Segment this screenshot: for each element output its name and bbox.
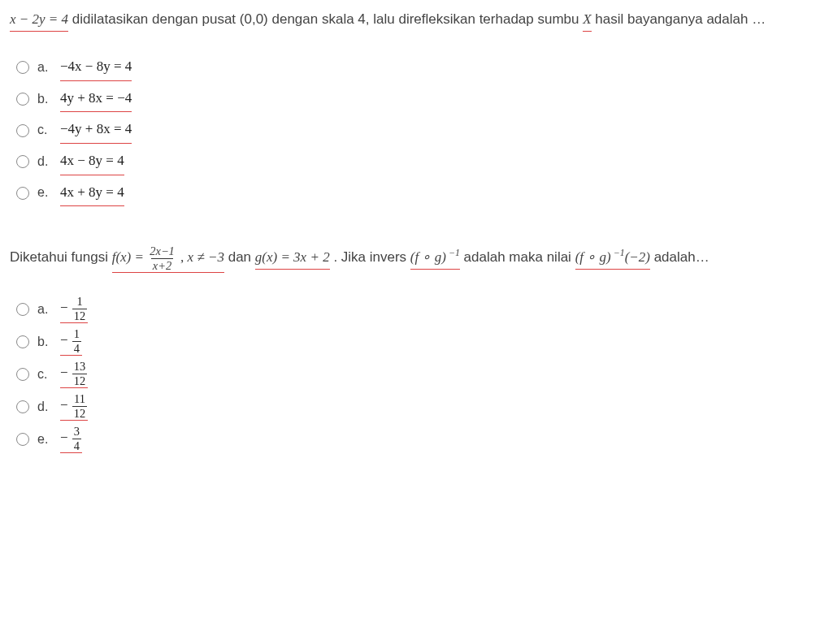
option-text: 4x + 8y = 4 [60, 180, 124, 207]
option-value: − 14 [60, 328, 82, 356]
option-letter: e. [37, 428, 52, 452]
option-value: − 1112 [60, 393, 88, 421]
radio-icon[interactable] [16, 368, 29, 381]
q1-option-e[interactable]: e. 4x + 8y = 4 [16, 180, 810, 207]
question-2: Diketahui fungsi f(x) = 2x−1x+2 , x ≠ −3… [10, 245, 810, 453]
radio-icon[interactable] [16, 303, 29, 316]
q2-post1: adalah maka nilai [464, 249, 575, 265]
q1-option-a[interactable]: a. −4x − 8y = 4 [16, 54, 810, 81]
q1-options: a. −4x − 8y = 4 b. 4y + 8x = −4 c. −4y +… [10, 54, 810, 206]
q2-option-e[interactable]: e. − 34 [16, 426, 810, 453]
radio-icon[interactable] [16, 187, 29, 200]
option-value: − 34 [60, 426, 82, 453]
radio-icon[interactable] [16, 335, 29, 348]
q2-fx: f(x) = 2x−1x+2 , x ≠ −3 [112, 245, 224, 273]
radio-icon[interactable] [16, 433, 29, 446]
option-text: −4x − 8y = 4 [60, 54, 132, 81]
q1-option-c[interactable]: c. −4y + 8x = 4 [16, 117, 810, 144]
q2-pre: Diketahui fungsi [10, 249, 112, 265]
q2-gx: g(x) = 3x + 2 [255, 246, 330, 270]
option-letter: c. [37, 119, 52, 142]
question-1-stem: x − 2y = 4 didilatasikan dengan pusat (0… [10, 8, 810, 32]
q1-text-1: didilatasikan dengan pusat (0,0) dengan … [68, 11, 583, 27]
option-letter: c. [37, 363, 52, 387]
radio-icon[interactable] [16, 93, 29, 106]
radio-icon[interactable] [16, 124, 29, 137]
option-text: −4y + 8x = 4 [60, 117, 132, 144]
q2-mid: dan [228, 249, 255, 265]
option-value: − 112 [60, 296, 88, 323]
option-letter: a. [37, 298, 52, 322]
q1-math-expr: x − 2y = 4 [10, 8, 68, 32]
q2-fog-inv: (f ∘ g) −1 [410, 245, 460, 270]
q1-text-2: hasil bayanganya adalah … [592, 11, 766, 27]
q1-option-d[interactable]: d. 4x − 8y = 4 [16, 149, 810, 175]
question-2-stem: Diketahui fungsi f(x) = 2x−1x+2 , x ≠ −3… [10, 245, 810, 273]
option-letter: e. [37, 181, 52, 205]
q2-mid2: . Jika invers [333, 249, 410, 265]
q2-option-b[interactable]: b. − 14 [16, 328, 810, 356]
q1-var-x: X [583, 8, 591, 32]
radio-icon[interactable] [16, 61, 29, 74]
q2-option-d[interactable]: d. − 1112 [16, 393, 810, 421]
option-value: − 1312 [60, 361, 88, 388]
option-letter: b. [37, 331, 52, 354]
option-letter: d. [37, 395, 52, 419]
q2-fog-inv-arg: (f ∘ g) −1(−2) [575, 245, 650, 270]
option-text: 4x − 8y = 4 [60, 149, 124, 175]
option-letter: a. [37, 56, 52, 80]
radio-icon[interactable] [16, 155, 29, 168]
q2-option-c[interactable]: c. − 1312 [16, 361, 810, 388]
q2-post2: adalah… [654, 249, 709, 265]
q1-option-b[interactable]: b. 4y + 8x = −4 [16, 86, 810, 113]
option-text: 4y + 8x = −4 [60, 86, 132, 113]
option-letter: b. [37, 88, 52, 111]
radio-icon[interactable] [16, 400, 29, 413]
option-letter: d. [37, 150, 52, 174]
question-1: x − 2y = 4 didilatasikan dengan pusat (0… [10, 8, 810, 206]
q2-options: a. − 112 b. − 14 c. − 1312 d. [10, 296, 810, 453]
q2-option-a[interactable]: a. − 112 [16, 296, 810, 323]
